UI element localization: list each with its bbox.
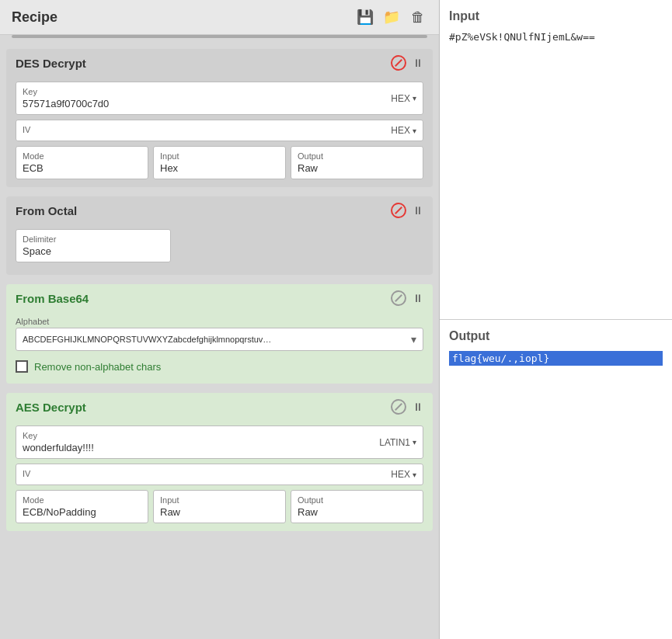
aes-key-encoding[interactable]: LATIN1: [379, 437, 416, 448]
from-octal-controls: ⏸: [391, 203, 423, 218]
des-decrypt-block: DES Decrypt ⏸ Key 57571a9f0700c7d0 HEX: [6, 49, 433, 187]
base64-alphabet-dropdown-arrow[interactable]: ▾: [411, 333, 416, 346]
aes-key-field: Key wonderfulday!!!! LATIN1: [16, 425, 423, 459]
from-octal-title: From Octal: [16, 204, 77, 217]
aes-decrypt-title: AES Decrypt: [16, 401, 86, 414]
des-decrypt-body: Key 57571a9f0700c7d0 HEX IV HEX Mod: [6, 77, 433, 187]
aes-key-row: Key wonderfulday!!!! LATIN1: [16, 425, 423, 459]
from-base64-pause-icon[interactable]: ⏸: [413, 292, 423, 304]
recipe-header: Recipe 💾 📁 🗑: [0, 0, 439, 35]
input-title: Input: [449, 9, 663, 23]
aes-input-value: Raw: [160, 506, 279, 518]
aes-decrypt-block: AES Decrypt ⏸ Key wonderfulday!!!! LATIN…: [6, 393, 433, 531]
open-folder-button[interactable]: 📁: [382, 8, 401, 26]
des-output-label: Output: [298, 151, 416, 161]
from-octal-body: Delimiter Space: [6, 224, 433, 275]
des-key-field: Key 57571a9f0700c7d0 HEX: [16, 82, 423, 115]
output-title: Output: [449, 329, 663, 343]
from-octal-disable-icon[interactable]: [391, 203, 406, 218]
des-iv-encoding[interactable]: HEX: [391, 125, 416, 136]
aes-key-value: wonderfulday!!!!: [23, 442, 94, 453]
aes-output-label: Output: [298, 495, 416, 505]
aes-iv-content: IV: [23, 469, 30, 480]
remove-nonalpha-label: Remove non-alphabet chars: [34, 361, 161, 373]
base64-alphabet-row: Alphabet ABCDEFGHIJKLMNOPQRSTUVWXYZabcde…: [16, 317, 423, 351]
aes-iv-label: IV: [23, 469, 30, 478]
des-output-value: Raw: [298, 162, 416, 174]
des-mode-row: Mode ECB Input Hex Output Raw: [16, 146, 423, 179]
aes-decrypt-disable-icon[interactable]: [391, 399, 406, 415]
des-mode-label: Mode: [23, 151, 141, 161]
aes-output-value: Raw: [298, 506, 416, 518]
save-button[interactable]: 💾: [356, 8, 374, 26]
octal-delimiter-label: Delimiter: [23, 234, 164, 244]
octal-delimiter-field[interactable]: Delimiter Space: [16, 229, 171, 262]
des-input-label: Input: [160, 151, 279, 161]
aes-output-field: Output Raw: [291, 490, 423, 523]
from-base64-controls: ⏸: [391, 290, 423, 306]
from-octal-block: From Octal ⏸ Delimiter Space: [6, 196, 433, 275]
des-decrypt-title: DES Decrypt: [16, 57, 86, 70]
des-input-field: Input Hex: [153, 146, 286, 179]
des-decrypt-header: DES Decrypt ⏸: [6, 49, 433, 77]
aes-key-label: Key: [23, 431, 94, 440]
des-iv-row: IV HEX: [16, 120, 423, 141]
recipe-panel: Recipe 💾 📁 🗑 DES Decrypt ⏸ Key 57571a9f0…: [0, 0, 439, 639]
delete-button[interactable]: 🗑: [409, 8, 427, 26]
des-key-value: 57571a9f0700c7d0: [23, 98, 109, 109]
des-input-value: Hex: [160, 162, 279, 174]
remove-nonalpha-checkbox[interactable]: [16, 360, 28, 373]
from-base64-header: From Base64 ⏸: [6, 284, 433, 312]
base64-alphabet-value: ABCDEFGHIJKLMNOPQRSTUVWXYZabcdefghijklmn…: [23, 335, 406, 344]
aes-decrypt-pause-icon[interactable]: ⏸: [413, 401, 423, 413]
aes-key-content: Key wonderfulday!!!!: [23, 431, 94, 453]
from-base64-title: From Base64: [16, 292, 89, 305]
des-key-row: Key 57571a9f0700c7d0 HEX: [16, 82, 423, 115]
base64-alphabet-label: Alphabet: [16, 317, 423, 326]
des-mode-field: Mode ECB: [16, 146, 148, 179]
des-iv-label: IV: [23, 125, 30, 134]
des-decrypt-pause-icon[interactable]: ⏸: [413, 57, 423, 69]
octal-delimiter-value: Space: [23, 245, 164, 257]
aes-input-label: Input: [160, 495, 279, 505]
aes-mode-value: ECB/NoPadding: [23, 506, 141, 518]
aes-mode-label: Mode: [23, 495, 141, 505]
aes-iv-encoding[interactable]: HEX: [391, 469, 416, 480]
des-output-field: Output Raw: [291, 146, 423, 179]
from-octal-header: From Octal ⏸: [6, 196, 433, 224]
aes-mode-field: Mode ECB/NoPadding: [16, 490, 148, 523]
base64-alphabet-field[interactable]: ABCDEFGHIJKLMNOPQRSTUVWXYZabcdefghijklmn…: [16, 328, 423, 351]
des-iv-field: IV HEX: [16, 120, 423, 141]
aes-mode-row: Mode ECB/NoPadding Input Raw Output Raw: [16, 490, 423, 523]
des-key-label: Key: [23, 87, 109, 96]
right-panel: Input #pZ%eVSk!QNUlfNIjemL&w== Output fl…: [439, 0, 672, 639]
from-base64-disable-icon[interactable]: [391, 290, 406, 306]
aes-iv-row: IV HEX: [16, 464, 423, 485]
octal-delimiter-row: Delimiter Space: [16, 229, 423, 262]
base64-checkbox-row: Remove non-alphabet chars: [16, 356, 423, 376]
aes-input-field: Input Raw: [153, 490, 286, 523]
des-decrypt-disable-icon[interactable]: [391, 55, 406, 71]
input-value[interactable]: #pZ%eVSk!QNUlfNIjemL&w==: [449, 31, 663, 43]
from-base64-body: Alphabet ABCDEFGHIJKLMNOPQRSTUVWXYZabcde…: [6, 312, 433, 384]
aes-decrypt-body: Key wonderfulday!!!! LATIN1 IV HEX: [6, 421, 433, 531]
base64-alphabet-content: ABCDEFGHIJKLMNOPQRSTUVWXYZabcdefghijklmn…: [23, 335, 406, 344]
des-decrypt-controls: ⏸: [391, 55, 423, 71]
des-key-encoding[interactable]: HEX: [391, 93, 416, 104]
recipe-toolbar: 💾 📁 🗑: [356, 8, 427, 26]
output-value: flag{weu/.,iopl}: [449, 351, 663, 366]
progress-bar: [12, 35, 427, 38]
des-key-content: Key 57571a9f0700c7d0: [23, 87, 109, 109]
des-mode-value: ECB: [23, 162, 141, 174]
input-section: Input #pZ%eVSk!QNUlfNIjemL&w==: [440, 0, 672, 319]
aes-decrypt-header: AES Decrypt ⏸: [6, 393, 433, 421]
output-section: Output flag{weu/.,iopl}: [440, 319, 672, 639]
aes-decrypt-controls: ⏸: [391, 399, 423, 415]
des-iv-content: IV: [23, 125, 30, 136]
from-octal-pause-icon[interactable]: ⏸: [413, 204, 423, 217]
recipe-title: Recipe: [12, 9, 57, 26]
from-base64-block: From Base64 ⏸ Alphabet ABCDEFGHIJKLMNOPQ…: [6, 284, 433, 384]
aes-iv-field: IV HEX: [16, 464, 423, 485]
